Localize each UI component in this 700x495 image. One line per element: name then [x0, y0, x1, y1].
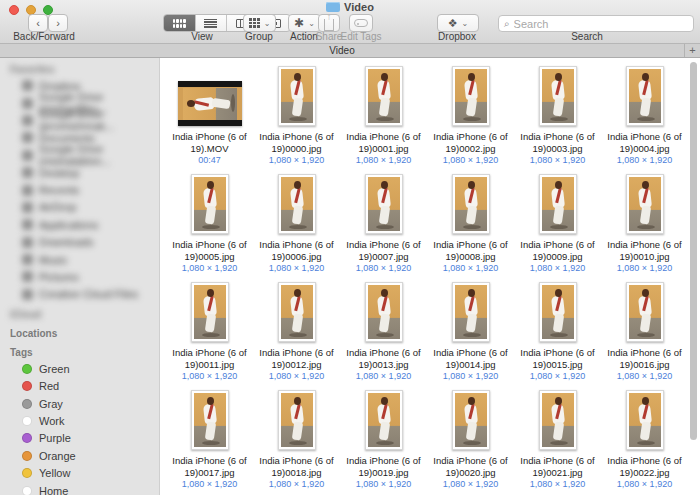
- file-item[interactable]: India iPhone (6 of 19)0022.jpg 1,080 × 1…: [601, 386, 688, 494]
- file-thumbnail: [365, 278, 403, 342]
- photo-thumbnail: [452, 66, 490, 126]
- tag-label: Home: [39, 485, 68, 495]
- sidebar-item[interactable]: Google Drive (mishalablon...: [0, 147, 159, 164]
- file-meta: 1,080 × 1,920: [617, 371, 672, 381]
- tag-item[interactable]: Red: [0, 377, 159, 394]
- file-item[interactable]: India iPhone (6 of 19)0021.jpg 1,080 × 1…: [514, 386, 601, 494]
- file-item[interactable]: India iPhone (6 of 19)0004.jpg 1,080 × 1…: [601, 62, 688, 170]
- tag-label: Purple: [39, 432, 71, 444]
- file-name: India iPhone (6 of 19)0004.jpg: [602, 131, 688, 154]
- tag-label: Orange: [39, 450, 76, 462]
- file-name: India iPhone (6 of 19)0019.jpg: [341, 455, 427, 478]
- file-meta: 1,080 × 1,920: [443, 371, 498, 381]
- tag-item[interactable]: Orange: [0, 447, 159, 464]
- file-name: India iPhone (6 of 19)0012.jpg: [254, 347, 340, 370]
- action-button[interactable]: ✱ ⌄: [288, 14, 321, 32]
- sidebar-item-icon: [22, 219, 33, 230]
- sidebar-item[interactable]: Creative Cloud Files: [0, 286, 159, 303]
- back-button[interactable]: ‹: [28, 14, 48, 32]
- file-meta: 1,080 × 1,920: [530, 479, 585, 489]
- file-item[interactable]: India iPhone (6 of 19)0000.jpg 1,080 × 1…: [253, 62, 340, 170]
- dropbox-button[interactable]: ❖ ⌄: [437, 14, 479, 32]
- file-thumbnail: [452, 386, 490, 450]
- sidebar-item-icon: [22, 202, 33, 213]
- search-field[interactable]: ⌕: [498, 15, 694, 32]
- file-item[interactable]: India iPhone (6 of 19)0016.jpg 1,080 × 1…: [601, 278, 688, 386]
- file-thumbnail: [191, 170, 229, 234]
- file-meta: 1,080 × 1,920: [182, 371, 237, 381]
- sidebar-item-label: Desktop: [39, 167, 79, 179]
- file-name: India iPhone (6 of 19)0013.jpg: [341, 347, 427, 370]
- file-item[interactable]: India iPhone (6 of 19)0006.jpg 1,080 × 1…: [253, 170, 340, 278]
- photo-thumbnail: [626, 282, 664, 342]
- sidebar-item-icon: [22, 167, 33, 178]
- view-icon-button[interactable]: [164, 15, 196, 31]
- file-item[interactable]: India iPhone (6 of 19)0008.jpg 1,080 × 1…: [427, 170, 514, 278]
- new-tab-button[interactable]: +: [684, 44, 700, 57]
- sidebar-item-icon: [22, 271, 33, 282]
- file-name: India iPhone (6 of 19)0006.jpg: [254, 239, 340, 262]
- group-icon: [249, 18, 260, 28]
- tag-label: Gray: [39, 398, 63, 410]
- sidebar-item[interactable]: Google Drive (jeromishmak...: [0, 112, 159, 129]
- back-forward-label: Back/Forward: [8, 31, 80, 42]
- sidebar-item[interactable]: AirDrop: [0, 199, 159, 216]
- sidebar-item[interactable]: Applications: [0, 216, 159, 233]
- sidebar-item[interactable]: Downloads: [0, 234, 159, 251]
- tab-video[interactable]: Video: [0, 44, 684, 57]
- file-item[interactable]: India iPhone (6 of 19)0009.jpg 1,080 × 1…: [514, 170, 601, 278]
- file-name: India iPhone (6 of 19)0018.jpg: [254, 455, 340, 478]
- file-thumbnail: [452, 170, 490, 234]
- search-input[interactable]: [514, 18, 688, 30]
- photo-thumbnail: [278, 390, 316, 450]
- file-item[interactable]: India iPhone (6 of 19)0010.jpg 1,080 × 1…: [601, 170, 688, 278]
- file-item[interactable]: India iPhone (6 of 19)0019.jpg 1,080 × 1…: [340, 386, 427, 494]
- file-name: India iPhone (6 of 19)0005.jpg: [167, 239, 253, 262]
- dropbox-icon: ❖: [448, 18, 458, 29]
- file-item[interactable]: India iPhone (6 of 19)0001.jpg 1,080 × 1…: [340, 62, 427, 170]
- tag-label: Green: [39, 363, 70, 375]
- file-meta: 1,080 × 1,920: [443, 263, 498, 273]
- file-item[interactable]: India iPhone (6 of 19)0011.jpg 1,080 × 1…: [166, 278, 253, 386]
- tag-item[interactable]: Purple: [0, 430, 159, 447]
- file-item[interactable]: India iPhone (6 of 19)0005.jpg 1,080 × 1…: [166, 170, 253, 278]
- file-item[interactable]: India iPhone (6 of 19)0017.jpg 1,080 × 1…: [166, 386, 253, 494]
- sidebar-item-label: AirDrop: [39, 201, 76, 213]
- file-item[interactable]: India iPhone (6 of 19)0020.jpg 1,080 × 1…: [427, 386, 514, 494]
- file-thumbnail: [626, 278, 664, 342]
- tag-item[interactable]: Gray: [0, 395, 159, 412]
- file-item[interactable]: India iPhone (6 of 19)0014.jpg 1,080 × 1…: [427, 278, 514, 386]
- sidebar-item[interactable]: Music: [0, 251, 159, 268]
- file-meta: 1,080 × 1,920: [617, 263, 672, 273]
- file-item[interactable]: India iPhone (6 of 19)0002.jpg 1,080 × 1…: [427, 62, 514, 170]
- tag-item[interactable]: Home: [0, 482, 159, 495]
- tag-item[interactable]: Yellow: [0, 464, 159, 481]
- tag-item[interactable]: Work: [0, 412, 159, 429]
- vertical-scrollbar[interactable]: [690, 62, 697, 440]
- file-item[interactable]: India iPhone (6 of 19)0012.jpg 1,080 × 1…: [253, 278, 340, 386]
- tag-color-dot: [22, 364, 32, 374]
- photo-thumbnail: [278, 66, 316, 126]
- share-button[interactable]: [318, 14, 340, 32]
- file-meta: 1,080 × 1,920: [269, 263, 324, 273]
- file-item[interactable]: India iPhone (6 of 19).MOV 00:47: [166, 62, 253, 170]
- tag-label: Yellow: [39, 467, 70, 479]
- file-item[interactable]: India iPhone (6 of 19)0018.jpg 1,080 × 1…: [253, 386, 340, 494]
- file-meta: 1,080 × 1,920: [443, 479, 498, 489]
- file-item[interactable]: India iPhone (6 of 19)0015.jpg 1,080 × 1…: [514, 278, 601, 386]
- sidebar-item[interactable]: Pictures: [0, 268, 159, 285]
- file-item[interactable]: India iPhone (6 of 19)0013.jpg 1,080 × 1…: [340, 278, 427, 386]
- tag-item[interactable]: Green: [0, 360, 159, 377]
- sidebar-item[interactable]: Desktop: [0, 164, 159, 181]
- sidebar-item-label: Music: [39, 254, 68, 266]
- edit-tags-button[interactable]: [349, 14, 373, 32]
- group-button[interactable]: ⌄: [243, 14, 276, 32]
- tag-color-dot: [22, 433, 32, 443]
- locations-header: Locations: [0, 322, 159, 341]
- view-list-button[interactable]: [196, 15, 228, 31]
- forward-button[interactable]: ›: [48, 14, 68, 32]
- file-item[interactable]: India iPhone (6 of 19)0007.jpg 1,080 × 1…: [340, 170, 427, 278]
- sidebar-item[interactable]: Recents: [0, 181, 159, 198]
- tags-list: Green Red Gray Work Purple Orange Yellow: [0, 360, 159, 495]
- file-item[interactable]: India iPhone (6 of 19)0003.jpg 1,080 × 1…: [514, 62, 601, 170]
